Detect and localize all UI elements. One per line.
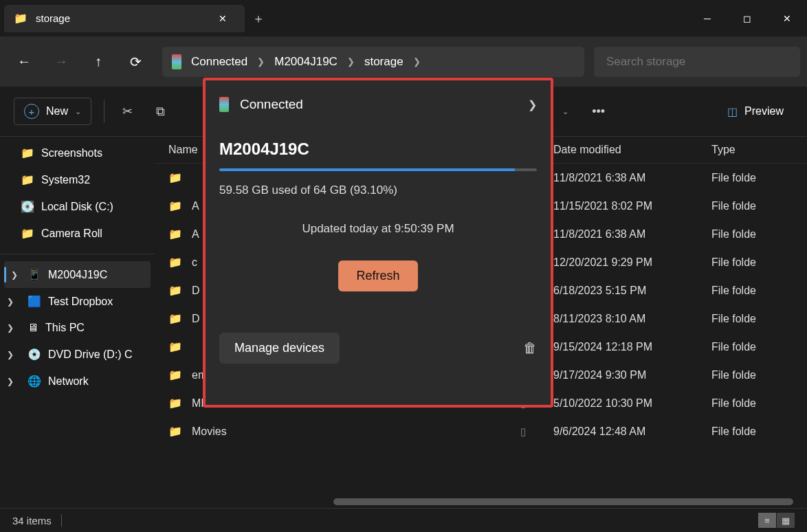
folder-icon: 📁 xyxy=(168,312,182,325)
device-popup: Connected ❯ M2004J19C 59.58 GB used of 6… xyxy=(203,78,553,408)
phone-icon xyxy=(172,54,181,69)
chevron-down-icon[interactable]: ⌄ xyxy=(557,102,574,122)
tab-label: storage xyxy=(36,12,205,24)
storage-usage-text: 59.58 GB used of 64 GB (93.10%) xyxy=(219,184,537,197)
folder-icon: 📁 xyxy=(168,284,182,297)
folder-icon: 📁 xyxy=(21,146,34,159)
storage-bar xyxy=(219,168,537,171)
column-date[interactable]: Date modified xyxy=(553,144,711,156)
dropbox-icon: 🟦 xyxy=(27,295,41,308)
nav-forward-button[interactable]: → xyxy=(44,45,78,79)
folder-icon: 📁 xyxy=(21,227,34,240)
chevron-right-icon: ❯ xyxy=(257,56,265,67)
chevron-right-icon[interactable]: ❯ xyxy=(7,350,14,359)
chevron-right-icon[interactable]: ❯ xyxy=(7,377,14,386)
trash-icon[interactable]: 🗑 xyxy=(523,340,537,356)
folder-icon: 📁 xyxy=(168,228,182,241)
folder-icon: 📁 xyxy=(168,171,182,184)
new-tab-button[interactable]: ＋ xyxy=(245,10,272,27)
manage-devices-button[interactable]: Manage devices xyxy=(219,333,340,364)
breadcrumb-item[interactable]: storage xyxy=(364,55,404,69)
nav-refresh-button[interactable]: ⟳ xyxy=(118,45,153,79)
sidebar-item[interactable]: ❯🟦Test Dropbox xyxy=(0,288,155,315)
folder-icon: 📁 xyxy=(14,12,27,25)
sidebar-item[interactable]: ❯🖥This PC xyxy=(0,315,155,341)
sidebar-item[interactable]: ❯🌐Network xyxy=(0,368,155,395)
net-icon: 🌐 xyxy=(27,375,41,388)
preview-icon: ◫ xyxy=(727,105,738,118)
sidebar-item[interactable]: 📁Screenshots xyxy=(0,140,155,166)
chevron-right-icon[interactable]: ❯ xyxy=(528,98,537,111)
refresh-button[interactable]: Refresh xyxy=(338,261,417,291)
sidebar-item[interactable]: 💽Local Disk (C:) xyxy=(0,193,155,220)
device-name: M2004J19C xyxy=(219,140,537,159)
sidebar-item[interactable]: ❯💿DVD Drive (D:) C xyxy=(0,341,155,368)
plus-circle-icon: + xyxy=(24,104,39,119)
folder-icon: 📁 xyxy=(21,173,34,186)
dvd-icon: 💿 xyxy=(27,348,41,361)
column-type[interactable]: Type xyxy=(711,144,736,156)
tab-storage[interactable]: 📁 storage ✕ xyxy=(4,5,245,32)
minimize-button[interactable]: ─ xyxy=(687,5,727,32)
sidebar-item[interactable]: 📁Camera Roll xyxy=(0,220,155,247)
chevron-right-icon: ❯ xyxy=(347,56,355,67)
disk-icon: 💽 xyxy=(21,200,34,213)
chevron-right-icon[interactable]: ❯ xyxy=(7,323,14,333)
item-count: 34 items xyxy=(12,515,52,527)
sidebar-item[interactable]: 📁System32 xyxy=(0,166,155,193)
nav-up-button[interactable]: ↑ xyxy=(81,45,115,79)
breadcrumb[interactable]: Connected ❯ M2004J19C ❯ storage ❯ xyxy=(162,47,584,77)
sidebar-item[interactable]: ❯📱M2004J19C xyxy=(4,261,151,288)
folder-icon: 📁 xyxy=(168,397,182,410)
chevron-right-icon: ❯ xyxy=(413,56,421,67)
close-tab-icon[interactable]: ✕ xyxy=(213,10,232,27)
close-window-button[interactable]: ✕ xyxy=(767,5,807,32)
view-grid-button[interactable]: ▦ xyxy=(777,513,795,528)
more-button[interactable]: ••• xyxy=(586,99,610,124)
updated-text: Updated today at 9:50:39 PM xyxy=(219,222,537,236)
folder-icon: 📁 xyxy=(168,425,182,438)
folder-icon: 📁 xyxy=(168,199,182,212)
folder-icon: 📁 xyxy=(168,368,182,381)
view-details-button[interactable]: ≡ xyxy=(758,513,776,528)
popup-title: Connected xyxy=(240,97,303,112)
status-bar: 34 items ≡ ▦ xyxy=(0,508,807,532)
table-row[interactable]: 📁Movies▯9/6/2024 12:48 AMFile folde xyxy=(155,417,807,445)
copy-icon[interactable]: ⧉ xyxy=(151,99,170,124)
new-button[interactable]: + New ⌄ xyxy=(14,98,91,125)
preview-button[interactable]: ◫ Preview xyxy=(718,100,793,124)
search-input[interactable] xyxy=(594,47,800,77)
folder-icon: 📁 xyxy=(168,256,182,269)
nav-back-button[interactable]: ← xyxy=(7,45,41,79)
maximize-button[interactable]: ◻ xyxy=(727,5,767,32)
pc-icon: 🖥 xyxy=(27,322,38,334)
chevron-right-icon[interactable]: ❯ xyxy=(11,270,18,280)
horizontal-scrollbar[interactable] xyxy=(333,498,793,505)
breadcrumb-item[interactable]: M2004J19C xyxy=(274,55,338,69)
phone-icon xyxy=(219,97,229,112)
phone-icon: ▯ xyxy=(520,425,526,438)
chevron-down-icon: ⌄ xyxy=(75,107,81,116)
folder-icon: 📁 xyxy=(168,340,182,353)
breadcrumb-item[interactable]: Connected xyxy=(191,55,247,69)
cut-icon[interactable]: ✂ xyxy=(117,98,138,124)
phone-icon: 📱 xyxy=(27,268,41,281)
chevron-right-icon[interactable]: ❯ xyxy=(7,297,14,307)
